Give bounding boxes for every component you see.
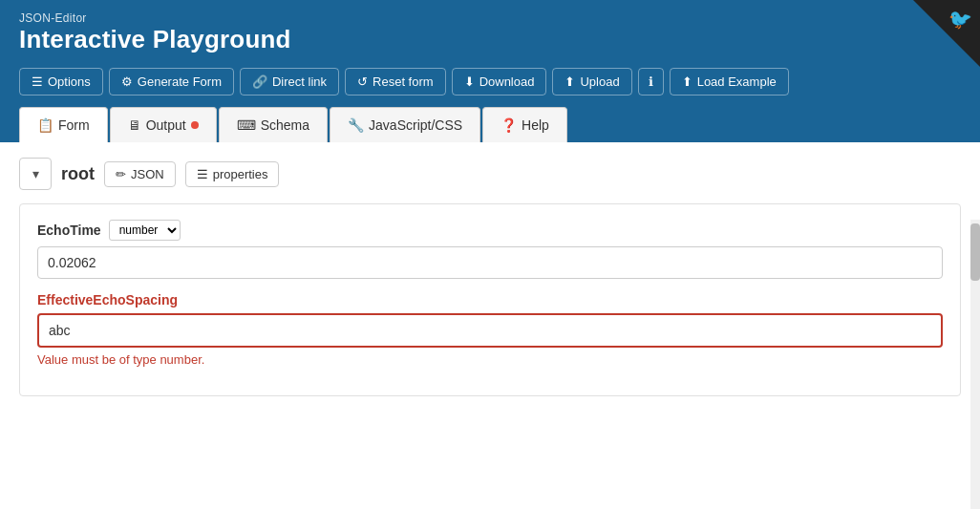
download-icon: ⬇: [464, 74, 475, 89]
root-label: root: [61, 164, 95, 184]
echo-time-type-select[interactable]: number string integer: [109, 220, 181, 241]
gear-icon: ⚙: [121, 74, 133, 89]
chevron-down-icon: ▾: [32, 166, 39, 181]
echo-time-input[interactable]: [37, 246, 943, 279]
tab-form[interactable]: 📋 Form: [19, 107, 108, 142]
reset-form-button[interactable]: ↺ Reset form: [345, 68, 446, 95]
options-icon: ☰: [32, 74, 43, 89]
schema-tab-icon: ⌨: [237, 117, 256, 133]
app-subtitle: JSON-Editor: [19, 11, 961, 25]
info-icon: ℹ: [649, 74, 653, 89]
tab-help[interactable]: ❓ Help: [482, 107, 567, 142]
reset-icon: ↺: [357, 74, 368, 89]
main-content: ▾ root ✏ JSON ☰ properties EchoTime numb…: [0, 142, 980, 412]
toolbar: ☰ Options ⚙ Generate Form 🔗 Direct link …: [0, 68, 980, 107]
load-example-button[interactable]: ⬆ Load Example: [670, 68, 789, 95]
scrollbar-track[interactable]: [970, 220, 980, 412]
field-effective-echo-spacing: EffectiveEchoSpacing Value must be of ty…: [37, 292, 943, 367]
form-section: EchoTime number string integer Effective…: [19, 203, 961, 396]
help-tab-icon: ❓: [501, 117, 517, 133]
link-icon: 🔗: [252, 74, 267, 89]
output-tab-icon: 🖥: [128, 117, 141, 133]
direct-link-button[interactable]: 🔗 Direct link: [240, 68, 339, 95]
logo-bird-icon: 🐦: [948, 8, 972, 31]
effective-echo-spacing-label: EffectiveEchoSpacing: [37, 292, 943, 308]
scrollbar-thumb[interactable]: [970, 223, 980, 281]
tabs: 📋 Form 🖥 Output ⌨ Schema 🔧 JavaScript/CS…: [0, 107, 980, 142]
app-title: Interactive Playground: [19, 25, 961, 54]
tab-javascript-css[interactable]: 🔧 JavaScript/CSS: [330, 107, 480, 142]
json-button[interactable]: ✏ JSON: [104, 161, 176, 187]
upload-icon: ⬆: [565, 74, 575, 89]
upload-button[interactable]: ⬆ Upload: [552, 68, 631, 95]
generate-form-button[interactable]: ⚙ Generate Form: [109, 68, 234, 95]
effective-echo-spacing-input[interactable]: [37, 313, 943, 348]
field-echo-time: EchoTime number string integer: [37, 220, 943, 279]
load-example-icon: ⬆: [682, 74, 692, 89]
header: JSON-Editor Interactive Playground 🐦: [0, 0, 980, 68]
tab-output[interactable]: 🖥 Output: [110, 107, 217, 142]
tab-schema[interactable]: ⌨ Schema: [219, 107, 328, 142]
pencil-icon: ✏: [116, 167, 126, 181]
root-row: ▾ root ✏ JSON ☰ properties: [19, 158, 961, 190]
info-button[interactable]: ℹ: [638, 68, 664, 95]
form-tab-icon: 📋: [37, 117, 53, 133]
options-button[interactable]: ☰ Options: [19, 68, 103, 95]
js-tab-icon: 🔧: [348, 117, 364, 133]
list-icon: ☰: [197, 167, 208, 181]
echo-time-label: EchoTime number string integer: [37, 220, 943, 241]
output-tab-dot: [191, 121, 199, 129]
properties-button[interactable]: ☰ properties: [185, 161, 280, 187]
effective-echo-spacing-error: Value must be of type number.: [37, 352, 943, 367]
collapse-button[interactable]: ▾: [19, 158, 52, 190]
download-button[interactable]: ⬇ Download: [452, 68, 547, 95]
